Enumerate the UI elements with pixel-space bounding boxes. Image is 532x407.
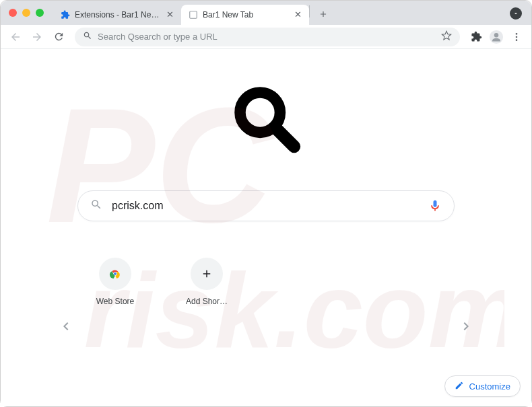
- omnibox-placeholder: Search Qsearch or type a URL: [98, 32, 436, 42]
- tab-close-button[interactable]: ✕: [165, 10, 174, 20]
- back-button[interactable]: [6, 28, 25, 46]
- tab-strip: Extensions - Bar1 New Tab ✕ Bar1 New Tab…: [53, 1, 333, 25]
- customize-label: Customize: [469, 381, 510, 392]
- svg-point-2: [494, 33, 498, 37]
- carousel-next-button[interactable]: [459, 318, 475, 337]
- logo-area: [1, 81, 531, 158]
- shortcut-web-store[interactable]: Web Store: [88, 258, 142, 306]
- omnibox[interactable]: Search Qsearch or type a URL: [75, 28, 460, 46]
- voice-search-icon[interactable]: [428, 199, 442, 213]
- tab-title: Bar1 New Tab: [203, 10, 289, 20]
- tab-bar1-new-tab[interactable]: Bar1 New Tab ✕: [181, 5, 309, 25]
- browser-window: Extensions - Bar1 New Tab ✕ Bar1 New Tab…: [0, 0, 532, 407]
- window-maximize-button[interactable]: [36, 9, 44, 17]
- extensions-button[interactable]: [467, 28, 486, 46]
- plus-icon: [191, 258, 223, 290]
- carousel-prev-button[interactable]: [57, 318, 73, 337]
- shortcut-add[interactable]: Add Shor…: [180, 258, 234, 306]
- svg-point-4: [516, 36, 518, 38]
- webstore-icon: [99, 258, 131, 290]
- tab-title: Extensions - Bar1 New Tab: [75, 10, 161, 20]
- pencil-icon: [455, 381, 464, 392]
- search-icon: [83, 31, 92, 43]
- profile-avatar-button[interactable]: [487, 28, 506, 46]
- toolbar: Search Qsearch or type a URL: [1, 25, 531, 49]
- bookmark-star-icon[interactable]: [441, 30, 452, 44]
- tab-close-button[interactable]: ✕: [293, 10, 302, 20]
- search-input-value: pcrisk.com: [112, 200, 419, 212]
- svg-point-5: [516, 39, 518, 41]
- reload-button[interactable]: [49, 28, 68, 46]
- svg-point-11: [114, 272, 117, 275]
- search-icon: [90, 198, 102, 213]
- tab-extensions[interactable]: Extensions - Bar1 New Tab ✕: [53, 5, 181, 25]
- shortcut-label: Web Store: [96, 297, 134, 306]
- svg-rect-0: [190, 11, 197, 19]
- search-bar[interactable]: pcrisk.com: [77, 190, 455, 221]
- magnifier-logo-icon: [229, 81, 303, 158]
- window-minimize-button[interactable]: [22, 9, 30, 17]
- chevron-down-icon[interactable]: [510, 7, 522, 20]
- toolbar-right: [467, 28, 526, 46]
- customize-button[interactable]: Customize: [444, 375, 521, 397]
- shortcuts-row: Web Store Add Shor…: [88, 258, 531, 306]
- page-content: PC risk.com pcrisk.com: [1, 49, 531, 406]
- blank-favicon: [188, 9, 199, 20]
- forward-button[interactable]: [28, 28, 46, 46]
- svg-line-9: [275, 128, 294, 147]
- titlebar: Extensions - Bar1 New Tab ✕ Bar1 New Tab…: [1, 1, 531, 25]
- menu-button[interactable]: [507, 28, 526, 46]
- puzzle-icon: [60, 9, 71, 20]
- svg-point-3: [516, 33, 518, 35]
- window-close-button[interactable]: [9, 9, 17, 17]
- shortcut-label: Add Shor…: [186, 297, 228, 306]
- tab-divider: [309, 5, 310, 17]
- window-controls: [9, 9, 44, 17]
- new-tab-button[interactable]: [314, 5, 333, 24]
